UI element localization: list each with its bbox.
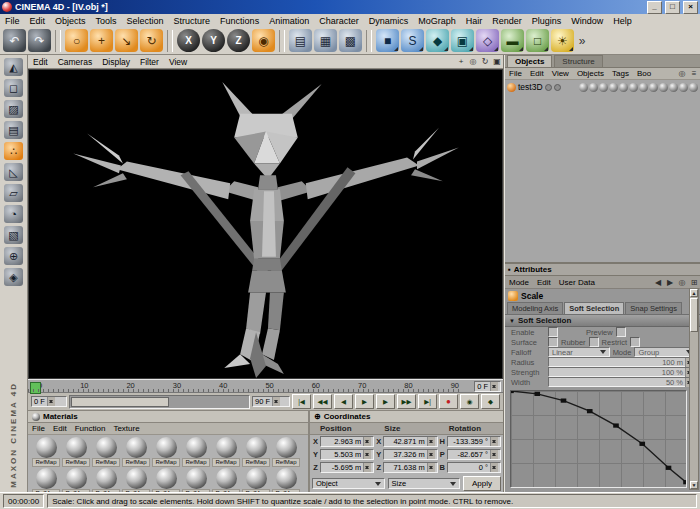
snap-settings-icon[interactable]: ◈: [4, 268, 23, 286]
strength-field[interactable]: 100 %: [548, 367, 696, 377]
texture-tag-icon[interactable]: [579, 83, 588, 92]
visibility-dot-top[interactable]: [545, 84, 552, 91]
size-field[interactable]: 42.871 m: [383, 436, 437, 447]
viewport-menu-item[interactable]: Cameras: [53, 57, 97, 67]
coordinates-panel-tab[interactable]: ⊕Coordinates: [310, 411, 503, 423]
field-spinner[interactable]: [490, 450, 498, 459]
autokey-button[interactable]: ◉: [460, 394, 479, 409]
material-item[interactable]: RefMap: [61, 436, 91, 467]
material-item[interactable]: RefMap: [91, 436, 121, 467]
scroll-down-icon[interactable]: ▼: [690, 481, 698, 489]
goto-end-button[interactable]: ▶|: [418, 394, 437, 409]
enable-checkbox[interactable]: [548, 327, 558, 337]
viewport-menu-item[interactable]: Edit: [28, 57, 53, 67]
toggle-views-icon[interactable]: ▣: [491, 56, 503, 67]
title-bar[interactable]: CINEMA 4D - [IV.obj *] _ □ ×: [0, 0, 700, 14]
render-picture-viewer-icon[interactable]: ▦: [314, 29, 337, 52]
zoom-view-icon[interactable]: ◎: [467, 56, 479, 67]
materials-menu-item[interactable]: Texture: [109, 424, 143, 433]
scroll-up-icon[interactable]: ▲: [690, 289, 698, 297]
object-menu-item[interactable]: Tags: [608, 69, 633, 78]
attributes-scrollbar[interactable]: ▲ ▼: [689, 288, 699, 490]
menu-item[interactable]: Window: [566, 16, 608, 26]
texture-tag-icon[interactable]: [599, 83, 608, 92]
goto-start-button[interactable]: |◀: [292, 394, 311, 409]
menu-item[interactable]: Functions: [215, 16, 264, 26]
size-field[interactable]: 71.638 m: [383, 462, 437, 473]
texture-tag-icon[interactable]: [609, 83, 618, 92]
texture-axis-mode-icon[interactable]: ▧: [4, 226, 23, 244]
menu-item[interactable]: File: [0, 16, 25, 26]
tab-objects[interactable]: Objects: [507, 55, 552, 67]
next-frame-button[interactable]: ▶: [376, 394, 395, 409]
texture-tag-icon[interactable]: [689, 83, 698, 92]
coordinate-mode-dropdown[interactable]: Object: [312, 478, 385, 489]
menu-item[interactable]: Plugins: [527, 16, 567, 26]
falloff-dropdown[interactable]: Linear: [548, 347, 610, 357]
material-item[interactable]: RefMap: [31, 436, 61, 467]
material-item[interactable]: RefMap: [181, 436, 211, 467]
viewport-menu-item[interactable]: Filter: [135, 57, 164, 67]
texture-mode-icon[interactable]: ▨: [4, 100, 23, 118]
radius-field[interactable]: 100 m: [548, 357, 696, 367]
menu-item[interactable]: Tools: [91, 16, 122, 26]
menu-item[interactable]: Animation: [264, 16, 314, 26]
timeline-ruler[interactable]: 0102030405060708090 0 F: [28, 379, 503, 393]
scale-tool-icon[interactable]: ↘: [115, 29, 138, 52]
field-spinner[interactable]: [363, 437, 371, 446]
visibility-dot-bottom[interactable]: [554, 84, 561, 91]
prev-frame-button[interactable]: ◀: [334, 394, 353, 409]
texture-tag-icon[interactable]: [649, 83, 658, 92]
range-end-field[interactable]: 90 F: [252, 396, 290, 407]
timeline-range-slider[interactable]: [69, 395, 250, 409]
minimize-button[interactable]: _: [647, 1, 662, 14]
preview-checkbox[interactable]: [616, 327, 626, 337]
texture-tag-icon[interactable]: [639, 83, 648, 92]
menu-item[interactable]: Render: [487, 16, 527, 26]
add-light-icon[interactable]: ☀: [551, 29, 574, 52]
range-start-spinner[interactable]: [47, 397, 55, 406]
viewport-menu-item[interactable]: Display: [97, 57, 135, 67]
search-icon[interactable]: ◎: [676, 277, 688, 288]
material-item[interactable]: RefMap: [241, 436, 271, 467]
object-menu-item[interactable]: Boo: [633, 69, 655, 78]
texture-tag-icon[interactable]: [589, 83, 598, 92]
lock-icon[interactable]: ⊞: [688, 277, 700, 288]
polygons-mode-icon[interactable]: ▱: [4, 184, 23, 202]
position-field[interactable]: -5.695 m: [320, 462, 374, 473]
object-list[interactable]: test3D: [505, 80, 700, 262]
object-menu-item[interactable]: Edit: [526, 69, 548, 78]
field-spinner[interactable]: [427, 463, 435, 472]
tab-soft-selection[interactable]: Soft Selection: [564, 302, 624, 314]
menu-item[interactable]: Selection: [122, 16, 169, 26]
render-settings-icon[interactable]: ▩: [339, 29, 362, 52]
rotation-field[interactable]: -133.359 °: [447, 436, 501, 447]
position-field[interactable]: 2.963 m: [320, 436, 374, 447]
texture-tag-icon[interactable]: [679, 83, 688, 92]
menu-item[interactable]: Dynamics: [364, 16, 414, 26]
material-item[interactable]: RefMap: [151, 436, 181, 467]
search-icon[interactable]: ◎: [676, 68, 688, 79]
field-spinner[interactable]: [363, 450, 371, 459]
add-nurbs-icon[interactable]: ◆: [426, 29, 449, 52]
y-axis-lock-icon[interactable]: Y: [202, 29, 225, 52]
scrollbar-thumb[interactable]: [690, 298, 698, 332]
keyframe-selection-button[interactable]: ◆: [481, 394, 500, 409]
range-end-spinner[interactable]: [272, 397, 280, 406]
perspective-viewport[interactable]: [28, 69, 503, 379]
move-tool-icon[interactable]: +: [90, 29, 113, 52]
menu-item[interactable]: Help: [608, 16, 637, 26]
rotate-view-icon[interactable]: ↻: [479, 56, 491, 67]
undo-icon[interactable]: ↶: [3, 29, 26, 52]
tab-structure[interactable]: Structure: [554, 55, 602, 67]
z-axis-lock-icon[interactable]: Z: [227, 29, 250, 52]
add-camera-icon[interactable]: □: [526, 29, 549, 52]
add-array-icon[interactable]: ▣: [451, 29, 474, 52]
current-frame-field[interactable]: 0 F: [474, 381, 501, 392]
materials-menu-item[interactable]: File: [28, 424, 49, 433]
attributes-menu-item[interactable]: User Data: [555, 278, 599, 287]
live-selection-icon[interactable]: ○: [65, 29, 88, 52]
tab-snap-settings[interactable]: Snap Settings: [625, 302, 682, 314]
size-mode-dropdown[interactable]: Size: [388, 478, 461, 489]
filter-icon[interactable]: ≡: [688, 68, 700, 79]
